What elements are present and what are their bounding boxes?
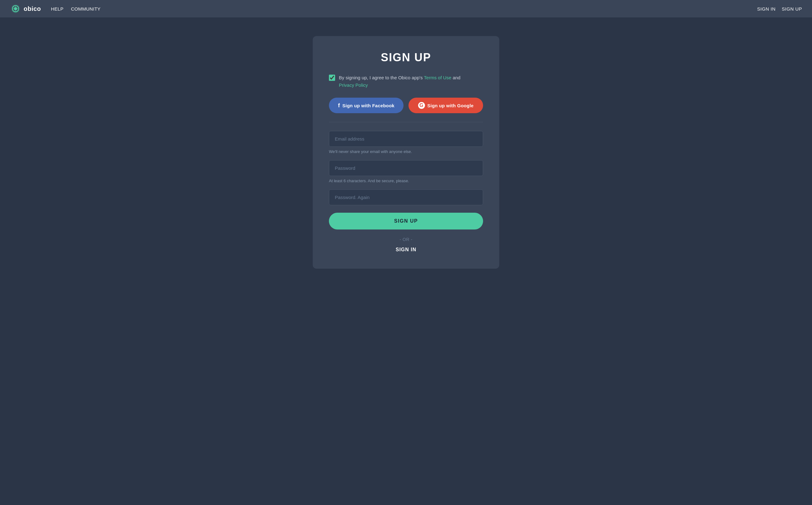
social-buttons: f Sign up with Facebook G Sign up with G… <box>329 98 483 113</box>
signup-card: SIGN UP By signing up, I agree to the Ob… <box>313 36 499 269</box>
obico-logo-icon <box>10 3 21 14</box>
password-input[interactable] <box>329 160 483 176</box>
password-field-group <box>329 160 483 176</box>
signin-link[interactable]: SIGN IN <box>329 247 483 252</box>
logo-text: obico <box>24 5 41 12</box>
password-hint: At least 6 characters. And be secure, pl… <box>329 178 483 183</box>
password-again-input[interactable] <box>329 189 483 205</box>
nav-link-help[interactable]: HELP <box>51 6 63 11</box>
nav-link-community[interactable]: COMMUNITY <box>71 6 100 11</box>
or-divider: - OR - <box>329 237 483 242</box>
privacy-policy-link[interactable]: Privacy Policy <box>339 82 368 88</box>
email-field-group <box>329 131 483 147</box>
terms-checkbox[interactable] <box>329 74 335 81</box>
nav-links: HELP COMMUNITY <box>51 6 757 11</box>
terms-row: By signing up, I agree to the Obico app'… <box>329 74 483 89</box>
email-input[interactable] <box>329 131 483 147</box>
password-again-field-group <box>329 189 483 205</box>
svg-point-2 <box>14 7 17 10</box>
facebook-signup-button[interactable]: f Sign up with Facebook <box>329 98 404 113</box>
email-hint: We'll never share your email with anyone… <box>329 149 483 154</box>
signup-button[interactable]: SIGN UP <box>329 213 483 229</box>
signup-title: SIGN UP <box>329 51 483 64</box>
facebook-icon: f <box>338 102 340 109</box>
navbar: obico HELP COMMUNITY SIGN IN SIGN UP <box>0 0 812 17</box>
terms-of-use-link[interactable]: Terms of Use <box>424 75 451 80</box>
google-signup-button[interactable]: G Sign up with Google <box>408 98 483 113</box>
google-icon: G <box>418 102 425 109</box>
terms-text: By signing up, I agree to the Obico app'… <box>339 74 460 89</box>
nav-signup-link[interactable]: SIGN UP <box>782 6 802 11</box>
nav-auth: SIGN IN SIGN UP <box>757 6 802 11</box>
nav-signin-link[interactable]: SIGN IN <box>757 6 775 11</box>
main-content: SIGN UP By signing up, I agree to the Ob… <box>0 17 812 505</box>
divider <box>329 122 483 122</box>
logo-link[interactable]: obico <box>10 3 41 14</box>
